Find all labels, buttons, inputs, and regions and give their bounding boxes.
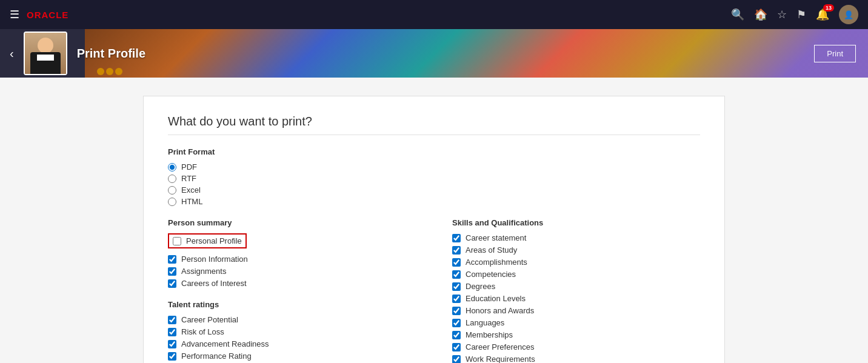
risk-of-loss-item: Risk of Loss bbox=[168, 327, 416, 336]
badge-gold-2 bbox=[106, 68, 113, 75]
user-avatar[interactable]: 👤 bbox=[839, 5, 858, 24]
performance-rating-item: Performance Rating bbox=[168, 351, 416, 361]
degrees-label[interactable]: Degrees bbox=[466, 282, 495, 291]
career-preferences-item: Career Preferences bbox=[452, 342, 700, 351]
home-icon[interactable]: 🏠 bbox=[754, 8, 767, 21]
career-statement-label[interactable]: Career statement bbox=[466, 233, 526, 242]
sections-container: Person summary Personal Profile Person I… bbox=[168, 218, 700, 363]
personal-profile-label[interactable]: Personal Profile bbox=[186, 236, 242, 245]
profile-banner bbox=[85, 29, 868, 78]
career-potential-label[interactable]: Career Potential bbox=[181, 315, 238, 324]
print-button-container: Print bbox=[814, 45, 856, 62]
areas-of-study-item: Areas of Study bbox=[452, 245, 700, 255]
education-levels-checkbox[interactable] bbox=[452, 295, 461, 303]
advancement-readiness-label[interactable]: Advancement Readiness bbox=[181, 339, 269, 348]
print-format-section: Print Format PDF RTF Excel HTML bbox=[168, 147, 700, 206]
languages-item: Languages bbox=[452, 318, 700, 327]
work-requirements-item: Work Requirements bbox=[452, 355, 700, 363]
degrees-checkbox[interactable] bbox=[452, 282, 461, 291]
risk-of-loss-label[interactable]: Risk of Loss bbox=[181, 327, 224, 336]
topbar-right: 🔍 🏠 ☆ ⚑ 🔔 13 👤 bbox=[731, 5, 858, 24]
avatar-label: 👤 bbox=[844, 10, 853, 19]
topbar-left: ☰ ORACLE bbox=[10, 8, 68, 21]
print-format-options: PDF RTF Excel HTML bbox=[168, 162, 700, 206]
work-requirements-checkbox[interactable] bbox=[452, 355, 461, 364]
print-format-label: Print Format bbox=[168, 147, 700, 156]
career-statement-checkbox[interactable] bbox=[452, 234, 461, 242]
main-content: What do you want to print? Print Format … bbox=[0, 78, 868, 363]
personal-profile-wrapper: Personal Profile bbox=[168, 233, 416, 251]
notification-badge: 13 bbox=[823, 4, 834, 12]
assignments-label[interactable]: Assignments bbox=[181, 267, 226, 276]
excel-label: Excel bbox=[181, 185, 201, 195]
career-preferences-label[interactable]: Career Preferences bbox=[466, 342, 534, 351]
skills-qualifications-title: Skills and Qualifications bbox=[452, 218, 700, 227]
performance-rating-checkbox[interactable] bbox=[168, 352, 176, 361]
careers-of-interest-label[interactable]: Careers of Interest bbox=[181, 279, 247, 288]
personal-profile-item: Personal Profile bbox=[168, 233, 247, 248]
profile-avatar bbox=[24, 32, 67, 75]
areas-of-study-label[interactable]: Areas of Study bbox=[466, 245, 517, 255]
areas-of-study-checkbox[interactable] bbox=[452, 246, 461, 255]
memberships-checkbox[interactable] bbox=[452, 331, 461, 339]
back-button[interactable]: ‹ bbox=[10, 47, 14, 61]
memberships-item: Memberships bbox=[452, 330, 700, 339]
notification-icon[interactable]: 🔔 13 bbox=[816, 8, 829, 21]
title-divider bbox=[168, 135, 700, 135]
rtf-label: RTF bbox=[181, 174, 196, 183]
competencies-label[interactable]: Competencies bbox=[466, 270, 516, 279]
advancement-readiness-checkbox[interactable] bbox=[168, 340, 176, 348]
career-potential-checkbox[interactable] bbox=[168, 316, 176, 324]
personal-profile-checkbox[interactable] bbox=[173, 237, 181, 245]
search-icon[interactable]: 🔍 bbox=[731, 8, 744, 21]
talent-ratings-section: Talent ratings Career Potential Risk of … bbox=[168, 300, 416, 363]
work-requirements-label[interactable]: Work Requirements bbox=[466, 355, 535, 363]
pdf-option[interactable]: PDF bbox=[168, 162, 700, 172]
honors-awards-checkbox[interactable] bbox=[452, 307, 461, 315]
page-title: What do you want to print? bbox=[168, 115, 700, 128]
oracle-logo: ORACLE bbox=[27, 10, 68, 20]
excel-option[interactable]: Excel bbox=[168, 185, 700, 195]
flag-icon[interactable]: ⚑ bbox=[796, 8, 806, 21]
person-summary-section: Person summary Personal Profile Person I… bbox=[168, 218, 416, 288]
right-column: Skills and Qualifications Career stateme… bbox=[452, 218, 700, 363]
career-preferences-checkbox[interactable] bbox=[452, 343, 461, 351]
html-radio[interactable] bbox=[168, 198, 176, 206]
accomplishments-checkbox[interactable] bbox=[452, 258, 461, 267]
person-information-label[interactable]: Person Information bbox=[181, 255, 248, 264]
excel-radio[interactable] bbox=[168, 186, 176, 195]
careers-of-interest-checkbox[interactable] bbox=[168, 279, 176, 288]
accomplishments-label[interactable]: Accomplishments bbox=[466, 258, 527, 267]
honors-awards-item: Honors and Awards bbox=[452, 306, 700, 315]
profile-header: ‹ Print Profile Print bbox=[0, 29, 868, 78]
hamburger-menu-icon[interactable]: ☰ bbox=[10, 8, 19, 21]
honors-awards-label[interactable]: Honors and Awards bbox=[466, 306, 534, 315]
skills-qualifications-section: Skills and Qualifications Career stateme… bbox=[452, 218, 700, 363]
memberships-label[interactable]: Memberships bbox=[466, 330, 513, 339]
risk-of-loss-checkbox[interactable] bbox=[168, 328, 176, 336]
badge-gold-3 bbox=[115, 68, 122, 75]
person-information-checkbox[interactable] bbox=[168, 255, 176, 264]
education-levels-item: Education Levels bbox=[452, 294, 700, 303]
person-information-item: Person Information bbox=[168, 255, 416, 264]
advancement-readiness-item: Advancement Readiness bbox=[168, 339, 416, 348]
career-potential-item: Career Potential bbox=[168, 315, 416, 324]
html-option[interactable]: HTML bbox=[168, 197, 700, 206]
pdf-radio[interactable] bbox=[168, 163, 176, 172]
competencies-item: Competencies bbox=[452, 270, 700, 279]
rtf-option[interactable]: RTF bbox=[168, 174, 700, 183]
languages-checkbox[interactable] bbox=[452, 319, 461, 327]
careers-of-interest-item: Careers of Interest bbox=[168, 279, 416, 288]
languages-label[interactable]: Languages bbox=[466, 318, 504, 327]
profile-badges bbox=[97, 68, 122, 75]
assignments-checkbox[interactable] bbox=[168, 267, 176, 276]
star-icon[interactable]: ☆ bbox=[777, 8, 787, 21]
education-levels-label[interactable]: Education Levels bbox=[466, 294, 526, 303]
avatar-image bbox=[25, 33, 66, 74]
career-statement-item: Career statement bbox=[452, 233, 700, 242]
badge-gold bbox=[97, 68, 104, 75]
print-button[interactable]: Print bbox=[814, 45, 856, 62]
performance-rating-label[interactable]: Performance Rating bbox=[181, 351, 252, 361]
competencies-checkbox[interactable] bbox=[452, 270, 461, 279]
rtf-radio[interactable] bbox=[168, 175, 176, 183]
